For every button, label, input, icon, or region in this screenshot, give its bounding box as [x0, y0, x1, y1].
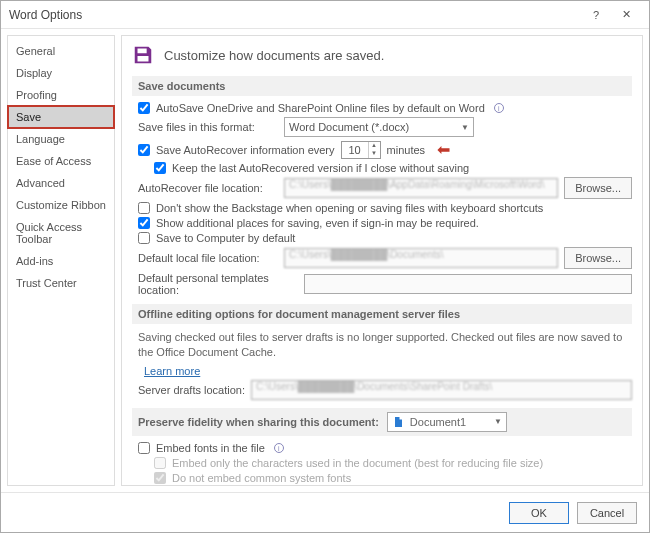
- sidebar-item-ease-of-access[interactable]: Ease of Access: [8, 150, 114, 172]
- server-drafts-row: Server drafts location: C:\Users\███████…: [138, 380, 632, 400]
- templates-label: Default personal templates location:: [138, 272, 298, 296]
- spinner-down[interactable]: ▼: [369, 150, 380, 158]
- chevron-down-icon: ▼: [494, 417, 502, 426]
- embed-fonts-row: Embed fonts in the file i: [138, 442, 632, 454]
- save-computer-row: Save to Computer by default: [138, 232, 632, 244]
- keep-last-label: Keep the last AutoRecovered version if I…: [172, 162, 469, 174]
- autosave-label: AutoSave OneDrive and SharePoint Online …: [156, 102, 485, 114]
- sidebar-item-trust-center[interactable]: Trust Center: [8, 272, 114, 294]
- autorecover-checkbox[interactable]: [138, 144, 150, 156]
- sidebar-item-customize-ribbon[interactable]: Customize Ribbon: [8, 194, 114, 216]
- sidebar: GeneralDisplayProofingSaveLanguageEase o…: [7, 35, 115, 486]
- ar-location-field[interactable]: C:\Users\████████\AppData\Roaming\Micros…: [284, 178, 558, 198]
- titlebar-title: Word Options: [9, 8, 581, 22]
- no-backstage-checkbox[interactable]: [138, 202, 150, 214]
- default-local-field[interactable]: C:\Users\████████\Documents\: [284, 248, 558, 268]
- autorecover-label: Save AutoRecover information every: [156, 144, 335, 156]
- default-local-label: Default local file location:: [138, 252, 278, 264]
- embed-fonts-label: Embed fonts in the file: [156, 442, 265, 454]
- spinner-up[interactable]: ▲: [369, 142, 380, 150]
- sidebar-item-quick-access-toolbar[interactable]: Quick Access Toolbar: [8, 216, 114, 250]
- keep-last-checkbox[interactable]: [154, 162, 166, 174]
- embed-only-checkbox: [154, 457, 166, 469]
- autosave-checkbox[interactable]: [138, 102, 150, 114]
- sidebar-item-display[interactable]: Display: [8, 62, 114, 84]
- section-offline: Offline editing options for document man…: [132, 304, 632, 324]
- learn-more-link[interactable]: Learn more: [144, 365, 200, 377]
- templates-row: Default personal templates location:: [138, 272, 632, 296]
- autosave-row: AutoSave OneDrive and SharePoint Online …: [138, 102, 632, 114]
- chevron-down-icon: ▼: [461, 123, 469, 132]
- offline-text: Saving checked out files to server draft…: [138, 330, 626, 361]
- help-button[interactable]: ?: [581, 5, 611, 25]
- titlebar: Word Options ? ✕: [1, 1, 649, 29]
- ar-location-label: AutoRecover file location:: [138, 182, 278, 194]
- section-preserve: Preserve fidelity when sharing this docu…: [132, 408, 632, 436]
- no-common-row: Do not embed common system fonts: [154, 472, 632, 484]
- content-title: Customize how documents are saved.: [164, 48, 384, 63]
- word-options-dialog: Word Options ? ✕ GeneralDisplayProofingS…: [0, 0, 650, 533]
- embed-fonts-checkbox[interactable]: [138, 442, 150, 454]
- file-format-value: Word Document (*.docx): [289, 121, 409, 133]
- learn-more-row: Learn more: [138, 365, 632, 377]
- no-common-checkbox: [154, 472, 166, 484]
- save-icon: [132, 44, 154, 66]
- ok-button[interactable]: OK: [509, 502, 569, 524]
- sidebar-item-language[interactable]: Language: [8, 128, 114, 150]
- server-drafts-field[interactable]: C:\Users\████████\Documents\SharePoint D…: [251, 380, 632, 400]
- preserve-title: Preserve fidelity when sharing this docu…: [138, 416, 379, 428]
- dialog-body: GeneralDisplayProofingSaveLanguageEase o…: [1, 29, 649, 492]
- close-button[interactable]: ✕: [611, 5, 641, 25]
- sidebar-item-save[interactable]: Save: [8, 106, 114, 128]
- sidebar-item-add-ins[interactable]: Add-ins: [8, 250, 114, 272]
- more-places-label: Show additional places for saving, even …: [156, 217, 479, 229]
- spinner-buttons: ▲ ▼: [368, 142, 380, 158]
- no-common-label: Do not embed common system fonts: [172, 472, 351, 484]
- info-icon[interactable]: i: [274, 443, 284, 453]
- autorecover-row: Save AutoRecover information every 10 ▲ …: [138, 140, 632, 159]
- more-places-checkbox[interactable]: [138, 217, 150, 229]
- embed-only-label: Embed only the characters used in the do…: [172, 457, 543, 469]
- autorecover-value: 10: [342, 144, 368, 156]
- callout-arrow-icon: ⬅: [437, 140, 450, 159]
- autorecover-units: minutes: [387, 144, 426, 156]
- sidebar-item-general[interactable]: General: [8, 40, 114, 62]
- default-local-row: Default local file location: C:\Users\██…: [138, 247, 632, 269]
- content-panel: Customize how documents are saved. Save …: [121, 35, 643, 486]
- no-backstage-row: Don't show the Backstage when opening or…: [138, 202, 632, 214]
- ar-browse-button[interactable]: Browse...: [564, 177, 632, 199]
- default-local-browse-button[interactable]: Browse...: [564, 247, 632, 269]
- server-drafts-label: Server drafts location:: [138, 384, 245, 396]
- more-places-row: Show additional places for saving, even …: [138, 217, 632, 229]
- cancel-button[interactable]: Cancel: [577, 502, 637, 524]
- preserve-doc-value: Document1: [410, 416, 466, 428]
- file-format-label: Save files in this format:: [138, 121, 278, 133]
- sidebar-item-proofing[interactable]: Proofing: [8, 84, 114, 106]
- no-backstage-label: Don't show the Backstage when opening or…: [156, 202, 543, 214]
- section-save-documents: Save documents: [132, 76, 632, 96]
- content-header: Customize how documents are saved.: [132, 44, 632, 66]
- info-icon[interactable]: i: [494, 103, 504, 113]
- embed-only-row: Embed only the characters used in the do…: [154, 457, 632, 469]
- sidebar-item-advanced[interactable]: Advanced: [8, 172, 114, 194]
- dialog-footer: OK Cancel: [1, 492, 649, 532]
- file-format-select[interactable]: Word Document (*.docx) ▼: [284, 117, 474, 137]
- save-computer-checkbox[interactable]: [138, 232, 150, 244]
- file-format-row: Save files in this format: Word Document…: [138, 117, 632, 137]
- templates-field[interactable]: [304, 274, 632, 294]
- document-icon: [392, 416, 404, 428]
- save-computer-label: Save to Computer by default: [156, 232, 295, 244]
- ar-location-row: AutoRecover file location: C:\Users\████…: [138, 177, 632, 199]
- preserve-doc-select[interactable]: Document1 ▼: [387, 412, 507, 432]
- keep-last-row: Keep the last AutoRecovered version if I…: [154, 162, 632, 174]
- autorecover-spinner[interactable]: 10 ▲ ▼: [341, 141, 381, 159]
